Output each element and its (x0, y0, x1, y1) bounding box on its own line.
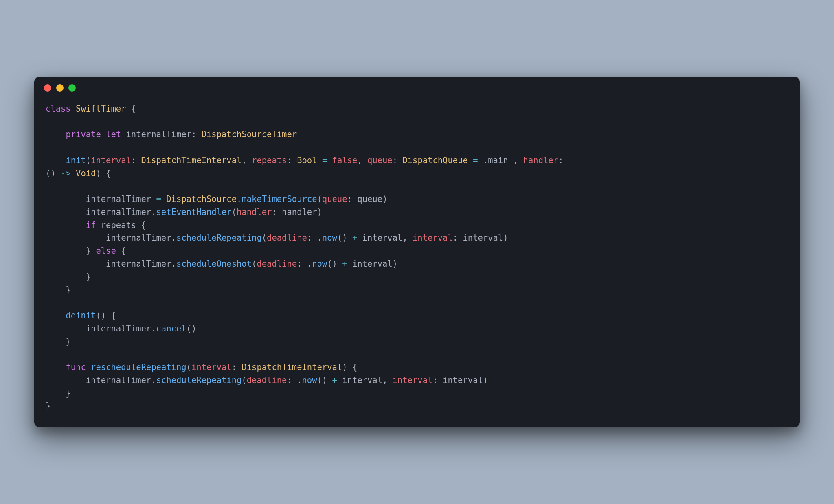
code-token-keyword: class (46, 104, 71, 114)
code-token-punct (46, 311, 66, 320)
code-token-punct: ( (86, 156, 91, 165)
code-token-func: scheduleRepeating (176, 233, 262, 243)
code-token-punct: interval, (337, 375, 393, 385)
code-token-punct: () (46, 169, 61, 178)
code-token-punct: ( (317, 194, 322, 204)
code-token-param: handler (237, 207, 272, 217)
code-token-punct (71, 169, 76, 178)
code-token-punct: repeats { (96, 220, 146, 230)
maximize-icon[interactable] (68, 84, 76, 92)
code-token-punct: : queue) (347, 194, 388, 204)
code-token-punct (317, 156, 322, 165)
code-token-punct: : (393, 156, 403, 165)
code-token-func: now (322, 233, 337, 243)
code-token-keyword: let (106, 129, 121, 139)
code-token-boolfalse: false (332, 156, 358, 165)
code-token-keyword: func (66, 362, 86, 372)
code-token-punct: : . (287, 375, 302, 385)
code-token-punct: : . (297, 259, 312, 269)
code-token-punct: { (126, 104, 136, 114)
code-token-punct (46, 362, 66, 372)
code-token-param: queue (367, 156, 393, 165)
code-token-func: now (302, 375, 317, 385)
code-token-type: Bool (297, 156, 317, 165)
code-token-punct: () (337, 233, 352, 243)
code-token-punct: ) { (96, 169, 111, 178)
code-token-punct (46, 129, 66, 139)
code-token-punct: ( (187, 362, 191, 372)
code-token-param: interval (413, 233, 453, 243)
code-token-punct: } (46, 401, 50, 411)
code-token-func: cancel (156, 324, 187, 333)
code-token-punct: : (558, 156, 568, 165)
code-token-punct (46, 220, 86, 230)
code-token-ident: main (488, 156, 513, 165)
code-token-cyan: = (156, 194, 161, 204)
code-token-punct: : handler) (272, 207, 322, 217)
code-token-punct: : . (307, 233, 322, 243)
code-token-punct: internalTimer. (46, 324, 156, 333)
code-token-punct: ( (241, 375, 246, 385)
code-token-param: deadline (247, 375, 287, 385)
code-token-func: rescheduleRepeating (91, 362, 187, 372)
code-token-punct: ( (262, 233, 267, 243)
code-token-cyan: + (352, 233, 357, 243)
code-token-punct (468, 156, 473, 165)
code-token-type: DispatchSource (166, 194, 237, 204)
code-token-param: interval (191, 362, 232, 372)
code-token-punct (101, 129, 106, 139)
code-token-punct (86, 362, 91, 372)
code-token-cyan: = (322, 156, 327, 165)
code-token-punct: ( (252, 259, 257, 269)
code-token-type: Void (76, 169, 96, 178)
code-token-punct: } (46, 246, 96, 256)
code-token-punct (71, 104, 76, 114)
minimize-icon[interactable] (56, 84, 64, 92)
code-token-punct: . (478, 156, 488, 165)
code-token-punct (121, 129, 126, 139)
code-token-punct: } (46, 388, 71, 398)
code-editor[interactable]: class SwiftTimer { private let internalT… (34, 99, 800, 427)
code-token-type: SwiftTimer (76, 104, 126, 114)
code-token-punct: interval) (347, 259, 397, 269)
code-token-ident: internalTimer: (126, 129, 202, 139)
code-token-punct: } (46, 285, 71, 295)
code-token-cyan: = (473, 156, 478, 165)
code-token-punct (327, 156, 332, 165)
code-token-punct (161, 194, 166, 204)
code-token-punct: : (131, 156, 141, 165)
code-token-punct: } (46, 272, 91, 282)
code-token-punct: , (357, 156, 367, 165)
close-icon[interactable] (44, 84, 51, 92)
code-token-punct: , (241, 156, 252, 165)
code-token-type: DispatchTimeInterval (241, 362, 342, 372)
code-token-type: DispatchSourceTimer (202, 129, 297, 139)
code-token-func: deinit (66, 311, 96, 320)
code-token-punct: : (287, 156, 297, 165)
code-token-func: scheduleRepeating (156, 375, 242, 385)
code-token-punct: } (46, 337, 71, 346)
code-token-func: makeTimerSource (241, 194, 317, 204)
code-token-param: repeats (252, 156, 287, 165)
code-token-cyan: + (342, 259, 347, 269)
code-token-punct: , (513, 156, 523, 165)
code-token-punct: internalTimer. (46, 233, 176, 243)
code-token-punct: internalTimer. (46, 259, 176, 269)
code-token-punct: { (116, 246, 126, 256)
code-token-keyword: else (96, 246, 116, 256)
code-token-param: deadline (257, 259, 297, 269)
code-token-punct: . (237, 194, 241, 204)
code-token-type: DispatchTimeInterval (141, 156, 242, 165)
code-token-func: init (66, 156, 86, 165)
code-token-cyan: + (332, 375, 337, 385)
code-token-keyword: if (86, 220, 96, 230)
code-token-punct: ) { (342, 362, 357, 372)
code-token-type: DispatchQueue (402, 156, 467, 165)
code-token-punct: internalTimer (46, 194, 156, 204)
code-token-cyan: -> (61, 169, 71, 178)
code-window: class SwiftTimer { private let internalT… (34, 77, 800, 427)
code-token-punct (46, 156, 66, 165)
code-token-param: queue (322, 194, 347, 204)
code-token-func: setEventHandler (156, 207, 232, 217)
code-token-punct: : interval) (432, 375, 488, 385)
